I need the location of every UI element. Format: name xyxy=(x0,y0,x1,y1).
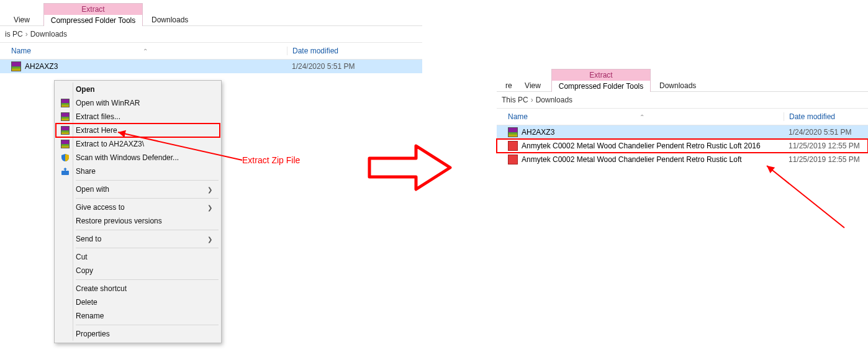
breadcrumb[interactable]: is PC › Downloads xyxy=(0,26,422,43)
explorer-window-right: re View Extract Compressed Folder Tools … xyxy=(497,66,868,166)
blank-icon xyxy=(60,284,71,294)
tab-extract-bottom: Compressed Folder Tools xyxy=(552,81,650,92)
tab-extract-bottom: Compressed Folder Tools xyxy=(44,15,142,26)
file-row[interactable]: AH2AXZ31/24/2020 5:51 PM xyxy=(497,125,868,139)
file-name-cell: Anmytek C0002 Metal Wood Chandelier Pend… xyxy=(497,155,784,164)
menu-item-share[interactable]: Share xyxy=(56,164,220,178)
column-header-name[interactable]: Name ⌃ xyxy=(497,112,784,121)
blank-icon xyxy=(60,84,71,94)
file-name-label: AH2AXZ3 xyxy=(25,62,58,71)
tab-downloads[interactable]: Downloads xyxy=(143,13,197,25)
menu-item-restore-previous-versions[interactable]: Restore previous versions xyxy=(56,214,220,228)
column-header-name[interactable]: Name ⌃ xyxy=(0,47,287,55)
list-header: Name ⌃ Date modified xyxy=(0,43,422,60)
blank-icon xyxy=(60,297,71,307)
file-date-label: 11/25/2019 12:55 PM xyxy=(784,142,860,150)
context-menu: OpenOpen with WinRARExtract files...Extr… xyxy=(54,80,222,343)
blank-icon xyxy=(60,202,71,212)
annotation-arrow-to-row xyxy=(764,163,851,231)
submenu-arrow-icon: ❯ xyxy=(207,204,212,211)
menu-item-create-shortcut[interactable]: Create shortcut xyxy=(56,282,220,295)
breadcrumb-thispc[interactable]: This PC xyxy=(502,96,528,104)
tab-extract-group[interactable]: Extract Compressed Folder Tools xyxy=(43,3,143,26)
menu-item-cut[interactable]: Cut xyxy=(56,250,220,264)
menu-item-open-with[interactable]: Open with❯ xyxy=(56,182,220,196)
annotation-arrow-to-menu xyxy=(115,129,245,163)
blank-icon xyxy=(60,329,71,339)
skp-file-icon xyxy=(508,155,518,164)
file-name-label: Anmytek C0002 Metal Wood Chandelier Pend… xyxy=(522,155,742,164)
explorer-window-left: View Extract Compressed Folder Tools Dow… xyxy=(0,0,422,73)
menu-separator xyxy=(76,248,219,248)
menu-separator xyxy=(76,279,219,280)
file-name-label: Anmytek C0002 Metal Wood Chandelier Pend… xyxy=(522,142,761,150)
menu-item-copy[interactable]: Copy xyxy=(56,264,220,277)
menu-separator xyxy=(76,198,219,199)
tab-downloads[interactable]: Downloads xyxy=(651,79,705,91)
file-list: AH2AXZ31/24/2020 5:51 PM xyxy=(0,60,422,73)
menu-item-label: Properties xyxy=(76,330,212,338)
column-header-date[interactable]: Date modified xyxy=(287,47,386,55)
chevron-right-icon: › xyxy=(25,30,28,38)
breadcrumb-downloads[interactable]: Downloads xyxy=(30,30,67,38)
breadcrumb-downloads[interactable]: Downloads xyxy=(536,96,572,104)
menu-item-label: Cut xyxy=(76,253,212,261)
blank-icon xyxy=(60,266,71,276)
rar-icon xyxy=(60,112,71,122)
menu-item-label: Share xyxy=(76,167,212,176)
menu-item-label: Extract files... xyxy=(76,112,212,121)
column-header-name-label: Name xyxy=(11,47,31,55)
menu-item-label: Create shortcut xyxy=(76,284,212,293)
file-row[interactable]: Anmytek C0002 Metal Wood Chandelier Pend… xyxy=(497,139,868,153)
menu-item-extract-files[interactable]: Extract files... xyxy=(56,110,220,124)
file-name-cell: Anmytek C0002 Metal Wood Chandelier Pend… xyxy=(497,141,784,151)
big-arrow-icon xyxy=(366,140,453,196)
menu-item-send-to[interactable]: Send to❯ xyxy=(56,232,220,246)
breadcrumb-thispc[interactable]: is PC xyxy=(5,30,23,38)
menu-item-give-access-to[interactable]: Give access to❯ xyxy=(56,200,220,214)
ribbon: View Extract Compressed Folder Tools Dow… xyxy=(0,0,422,26)
sort-caret-icon: ⌃ xyxy=(143,48,148,55)
submenu-arrow-icon: ❯ xyxy=(207,186,212,193)
menu-item-open-with-winrar[interactable]: Open with WinRAR xyxy=(56,96,220,110)
menu-item-label: Send to xyxy=(76,235,207,243)
share-icon xyxy=(60,166,71,176)
tab-cut-left: re xyxy=(497,79,514,91)
menu-item-rename[interactable]: Rename xyxy=(56,309,220,323)
column-header-date[interactable]: Date modified xyxy=(784,112,864,121)
annotation-extract-label: Extract Zip File xyxy=(242,155,300,165)
list-header: Name ⌃ Date modified xyxy=(497,109,868,125)
menu-item-properties[interactable]: Properties xyxy=(56,327,220,341)
menu-item-label: Rename xyxy=(76,312,212,320)
rar-icon xyxy=(60,98,71,108)
menu-item-delete[interactable]: Delete xyxy=(56,295,220,309)
submenu-arrow-icon: ❯ xyxy=(207,236,212,243)
file-row[interactable]: AH2AXZ31/24/2020 5:51 PM xyxy=(0,60,422,73)
menu-separator xyxy=(76,230,219,230)
file-list: AH2AXZ31/24/2020 5:51 PMAnmytek C0002 Me… xyxy=(497,125,868,166)
sort-caret-icon: ⌃ xyxy=(640,114,644,120)
svg-line-2 xyxy=(767,166,844,228)
tab-extract-top: Extract xyxy=(44,4,142,15)
rar-file-icon xyxy=(508,127,518,137)
blank-icon xyxy=(60,184,71,194)
tab-view[interactable]: View xyxy=(0,13,43,25)
column-header-name-label: Name xyxy=(508,112,528,121)
tab-view[interactable]: View xyxy=(514,79,551,91)
menu-separator xyxy=(76,325,219,325)
blank-icon xyxy=(60,234,71,244)
chevron-right-icon: › xyxy=(531,96,533,104)
menu-item-open[interactable]: Open xyxy=(56,83,220,96)
file-name-cell: AH2AXZ3 xyxy=(497,127,784,137)
skp-file-icon xyxy=(508,141,518,151)
breadcrumb[interactable]: This PC › Downloads xyxy=(497,92,868,109)
blank-icon xyxy=(60,311,71,321)
file-name-cell: AH2AXZ3 xyxy=(0,61,287,71)
file-date-label: 1/24/2020 5:51 PM xyxy=(784,128,851,137)
tab-extract-group[interactable]: Extract Compressed Folder Tools xyxy=(551,69,651,92)
svg-rect-0 xyxy=(61,171,69,175)
rar-icon xyxy=(60,139,71,149)
tab-extract-top: Extract xyxy=(552,70,650,81)
file-name-label: AH2AXZ3 xyxy=(522,128,554,137)
menu-item-label: Give access to xyxy=(76,203,207,212)
